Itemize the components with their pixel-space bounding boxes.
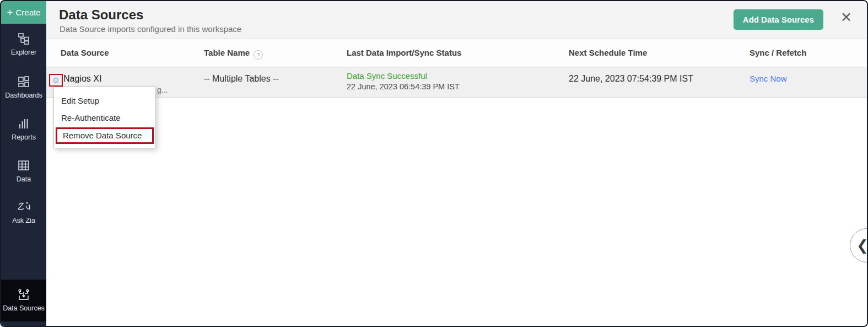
explorer-icon (17, 32, 30, 45)
sync-status-text: Data Sync Successful (347, 71, 427, 81)
chevron-left-icon: ❮ (856, 238, 868, 253)
sidebar-item-data[interactable]: Data (1, 159, 46, 184)
sync-now-link[interactable]: Sync Now (750, 74, 787, 83)
dashboards-icon (17, 75, 30, 88)
truncated-subtitle-fragment: g... (157, 85, 168, 94)
menu-item-edit-setup[interactable]: Edit Setup (54, 92, 155, 109)
sidebar-item-reports[interactable]: Reports (1, 117, 46, 142)
sidebar-item-dashboards[interactable]: Dashboards (1, 75, 46, 100)
help-icon[interactable]: ? (254, 50, 263, 60)
create-button[interactable]: + Create (1, 1, 46, 24)
data-source-name: Nagios XI (63, 74, 101, 84)
plus-icon: + (7, 7, 13, 18)
sidebar-item-label: Data Sources (3, 304, 45, 313)
create-button-label: Create (16, 8, 41, 17)
bar-chart-icon (17, 117, 30, 130)
table-row: ⚙ Nagios XI g... -- Multiple Tables -- D… (46, 67, 867, 98)
app-window: + Create Explorer (0, 0, 868, 327)
page-subtitle: Data Source imports configured in this w… (60, 24, 241, 34)
column-header-next-schedule: Next Schedule Time (569, 48, 647, 57)
next-schedule-time-cell: 22 June, 2023 07:54:39 PM IST (569, 74, 693, 84)
table-icon (17, 159, 30, 172)
sidebar-item-data-sources[interactable]: Data Sources (1, 280, 46, 321)
zia-icon (15, 200, 32, 213)
sidebar-item-label: Reports (12, 133, 36, 142)
column-header-sync-refetch: Sync / Refetch (750, 48, 806, 57)
column-header-data-source: Data Source (61, 48, 109, 57)
column-header-table-name-label: Table Name (204, 48, 250, 57)
sidebar-item-ask-zia[interactable]: Ask Zia (1, 200, 46, 226)
sync-status-timestamp: 22 June, 2023 06:54:39 PM IST (347, 82, 460, 91)
sidebar-item-label: Explorer (11, 49, 37, 57)
table-header-row: Data Source Table Name? Last Data Import… (46, 39, 867, 67)
sidebar-item-label: Ask Zia (12, 217, 35, 226)
column-header-table-name: Table Name? (204, 48, 263, 60)
annotation-box-remove: Remove Data Source (56, 127, 154, 144)
menu-item-re-authenticate[interactable]: Re-Authenticate (54, 109, 155, 126)
main-panel: Data Sources Data Source imports configu… (46, 1, 867, 326)
gear-icon[interactable]: ⚙ (52, 76, 60, 84)
annotation-box-gear: ⚙ (49, 74, 63, 87)
context-menu: Edit Setup Re-Authenticate Remove Data S… (53, 87, 156, 148)
data-sources-import-icon (17, 288, 31, 302)
close-icon[interactable]: ✕ (840, 10, 852, 24)
collapse-panel-button[interactable]: ❮ (850, 228, 868, 262)
sidebar-item-label: Data (17, 175, 31, 184)
sidebar-item-explorer[interactable]: Explorer (1, 32, 46, 57)
sidebar-item-label: Dashboards (5, 92, 42, 100)
page-title: Data Sources (59, 7, 143, 23)
sidebar: + Create Explorer (1, 1, 46, 326)
column-header-last-status: Last Data Import/Sync Status (347, 48, 461, 57)
add-data-sources-button[interactable]: Add Data Sources (734, 9, 823, 30)
menu-item-remove-data-source[interactable]: Remove Data Source (57, 129, 152, 142)
page-header: Data Sources Data Source imports configu… (46, 1, 867, 39)
table-name-cell: -- Multiple Tables -- (204, 74, 279, 84)
